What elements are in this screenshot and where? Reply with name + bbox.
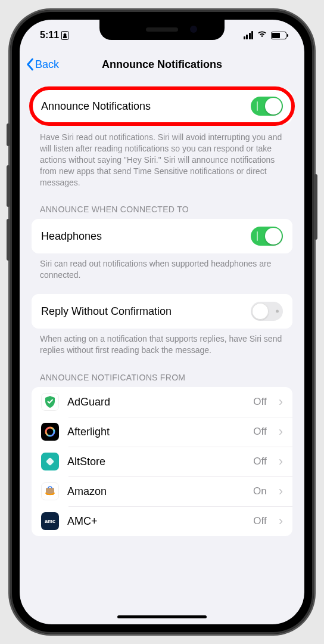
headphones-row[interactable]: Headphones bbox=[32, 219, 292, 253]
content-scroll[interactable]: Announce Notifications Have Siri read ou… bbox=[20, 78, 304, 624]
app-name: AdGuard bbox=[67, 396, 245, 408]
headphones-label: Headphones bbox=[41, 230, 251, 243]
app-name: Amazon bbox=[67, 485, 245, 498]
reply-label: Reply Without Confirmation bbox=[41, 305, 251, 318]
wifi-icon bbox=[257, 30, 267, 41]
home-indicator[interactable] bbox=[117, 615, 207, 618]
connected-desc: Siri can read out notifications when sup… bbox=[20, 253, 304, 281]
reply-toggle[interactable] bbox=[251, 302, 283, 321]
screen: 5:11 Back Announce Notifications Announc… bbox=[20, 20, 304, 624]
altstore-icon bbox=[41, 453, 59, 470]
amc-icon: amc bbox=[41, 512, 59, 530]
amazon-icon bbox=[41, 482, 59, 500]
status-time: 5:11 bbox=[40, 30, 59, 41]
app-state: On bbox=[253, 485, 267, 497]
battery-icon bbox=[271, 32, 286, 39]
page-title: Announce Notifications bbox=[20, 58, 304, 71]
notch bbox=[99, 20, 225, 40]
chevron-right-icon: › bbox=[279, 454, 283, 469]
announce-label: Announce Notifications bbox=[41, 100, 251, 113]
app-state: Off bbox=[253, 456, 266, 467]
app-name: AMC+ bbox=[67, 515, 245, 528]
chevron-right-icon: › bbox=[279, 424, 283, 439]
cellular-icon bbox=[244, 31, 254, 39]
app-row-altstore[interactable]: AltStore Off › bbox=[32, 447, 292, 476]
announce-desc: Have Siri read out notifications. Siri w… bbox=[20, 127, 304, 188]
apps-list: AdGuard Off › Afterlight Off › AltStore … bbox=[32, 387, 292, 536]
app-row-amazon[interactable]: Amazon On › bbox=[32, 476, 292, 506]
back-label: Back bbox=[35, 58, 59, 71]
app-row-adguard[interactable]: AdGuard Off › bbox=[32, 387, 292, 417]
reply-desc: When acting on a notification that suppo… bbox=[20, 329, 304, 356]
headphones-toggle[interactable] bbox=[251, 227, 283, 246]
svg-point-0 bbox=[46, 428, 54, 436]
adguard-icon bbox=[41, 393, 59, 411]
chevron-right-icon: › bbox=[279, 484, 283, 499]
afterlight-icon bbox=[41, 423, 59, 441]
app-name: Afterlight bbox=[67, 426, 245, 438]
app-state: Off bbox=[253, 396, 266, 408]
chevron-right-icon: › bbox=[279, 394, 283, 410]
app-state: Off bbox=[253, 515, 266, 527]
announce-notifications-row[interactable]: Announce Notifications bbox=[32, 89, 292, 123]
app-state: Off bbox=[253, 426, 266, 438]
phone-frame: 5:11 Back Announce Notifications Announc… bbox=[10, 10, 314, 634]
reply-without-confirmation-row[interactable]: Reply Without Confirmation bbox=[32, 294, 292, 329]
nav-bar: Back Announce Notifications bbox=[20, 51, 304, 78]
app-row-amc[interactable]: amc AMC+ Off › bbox=[32, 506, 292, 536]
chevron-left-icon bbox=[26, 58, 34, 71]
chevron-right-icon: › bbox=[279, 513, 283, 529]
back-button[interactable]: Back bbox=[26, 58, 59, 71]
id-card-icon bbox=[61, 31, 68, 40]
apps-header: ANNOUNCE NOTIFICATIONS FROM bbox=[20, 356, 304, 387]
announce-toggle[interactable] bbox=[251, 97, 283, 116]
connected-header: ANNOUNCE WHEN CONNECTED TO bbox=[20, 188, 304, 219]
app-name: AltStore bbox=[67, 456, 245, 468]
app-row-afterlight[interactable]: Afterlight Off › bbox=[32, 417, 292, 447]
